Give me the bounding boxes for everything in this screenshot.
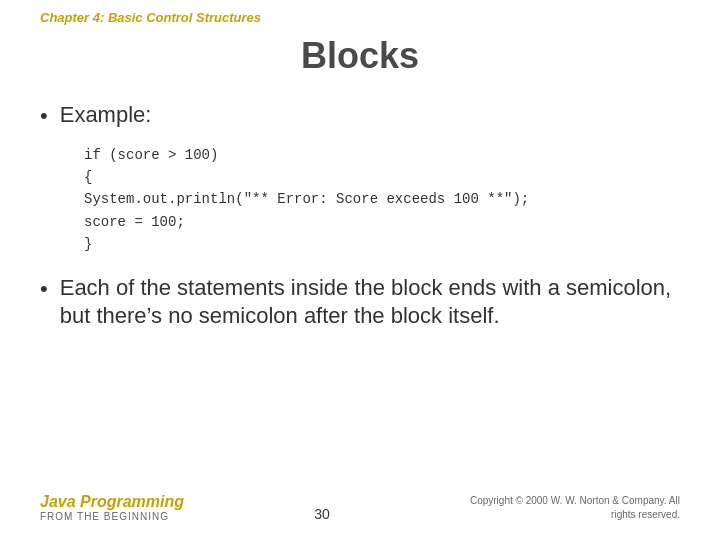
chapter-header: Chapter 4: Basic Control Structures	[40, 10, 680, 25]
code-block: if (score > 100) { System.out.println("*…	[84, 144, 680, 256]
footer-sub: FROM THE BEGINNING	[40, 511, 184, 522]
footer-copyright: Copyright © 2000 W. W. Norton & Company.…	[460, 494, 680, 522]
bullet-text-example: Example:	[60, 101, 152, 130]
bullet-dot-1: •	[40, 103, 48, 129]
code-line-5: }	[84, 233, 680, 255]
bullet-dot-2: •	[40, 276, 48, 302]
code-line-2: {	[84, 166, 680, 188]
code-line-3: System.out.println("** Error: Score exce…	[84, 188, 680, 210]
footer-brand: Java Programming	[40, 493, 184, 511]
code-line-4: score = 100;	[84, 211, 680, 233]
bullet-item-explanation: • Each of the statements inside the bloc…	[40, 274, 680, 331]
bullet-section: • Example: if (score > 100) { System.out…	[40, 101, 680, 331]
bullet-item-example: • Example:	[40, 101, 680, 130]
bullet-text-explanation: Each of the statements inside the block …	[60, 274, 680, 331]
slide-title: Blocks	[40, 35, 680, 77]
code-line-1: if (score > 100)	[84, 144, 680, 166]
footer: Java Programming FROM THE BEGINNING 30 C…	[40, 493, 680, 522]
footer-left: Java Programming FROM THE BEGINNING	[40, 493, 184, 522]
footer-page: 30	[184, 506, 460, 522]
slide-container: Chapter 4: Basic Control Structures Bloc…	[0, 0, 720, 540]
